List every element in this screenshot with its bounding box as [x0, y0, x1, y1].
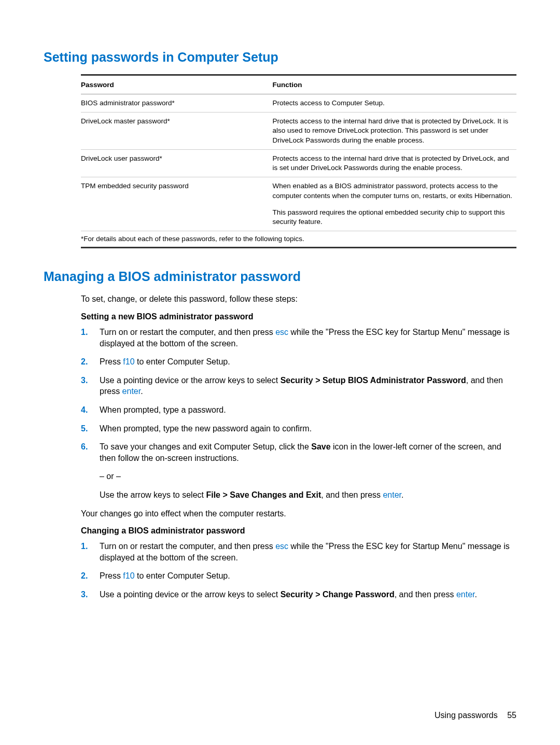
password-name: TPM embedded security password [81, 177, 273, 231]
step-number: 3. [81, 375, 100, 397]
table-header-function: Function [273, 75, 516, 94]
step-number: 1. [81, 327, 100, 349]
step-item: 5.When prompted, type the new password a… [81, 423, 516, 434]
step-item: 2.Press f10 to enter Computer Setup. [81, 356, 516, 368]
page-footer: Using passwords 55 [435, 711, 516, 720]
step-item: 6.To save your changes and exit Computer… [81, 441, 516, 500]
page: Setting passwords in Computer Setup Pass… [0, 0, 560, 745]
step-number: 6. [81, 441, 100, 500]
steps-setting-new: 1.Turn on or restart the computer, and t… [81, 327, 516, 501]
table-header-password: Password [81, 75, 273, 94]
table-footnote: *For details about each of these passwor… [81, 231, 516, 248]
step-text: Use a pointing device or the arrow keys … [100, 589, 516, 600]
passwords-table-wrap: Password Function BIOS administrator pas… [81, 74, 516, 248]
step-text: Use a pointing device or the arrow keys … [100, 375, 516, 397]
section-setting-passwords-title: Setting passwords in Computer Setup [44, 50, 516, 65]
steps-changing: 1.Turn on or restart the computer, and t… [81, 541, 516, 600]
managing-intro: To set, change, or delete this password,… [81, 293, 516, 305]
step-item: 4.When prompted, type a password. [81, 404, 516, 416]
passwords-table: Password Function BIOS administrator pas… [81, 74, 516, 248]
password-function: Protects access to the internal hard dri… [273, 149, 516, 177]
password-function: When enabled as a BIOS administrator pas… [273, 177, 516, 231]
step-item: 1.Turn on or restart the computer, and t… [81, 327, 516, 349]
page-number: 55 [507, 711, 516, 720]
table-row: DriveLock master password*Protects acces… [81, 113, 516, 150]
step-text: Turn on or restart the computer, and the… [100, 541, 516, 563]
step-text: When prompted, type the new password aga… [100, 423, 516, 434]
step-text: When prompted, type a password. [100, 404, 516, 416]
step-number: 2. [81, 570, 100, 582]
password-name: DriveLock master password* [81, 113, 273, 150]
step-number: 4. [81, 404, 100, 416]
step-number: 5. [81, 423, 100, 434]
after-setting-text: Your changes go into effect when the com… [81, 508, 516, 519]
step-text: Turn on or restart the computer, and the… [100, 327, 516, 349]
password-function: Protects access to the internal hard dri… [273, 113, 516, 150]
sub-setting-title: Setting a new BIOS administrator passwor… [81, 312, 516, 321]
step-number: 3. [81, 589, 100, 600]
password-name: BIOS administrator password* [81, 94, 273, 113]
password-function: Protects access to Computer Setup. [273, 94, 516, 113]
step-number: 2. [81, 356, 100, 368]
step-item: 3.Use a pointing device or the arrow key… [81, 375, 516, 397]
step-number: 1. [81, 541, 100, 563]
step-text: Press f10 to enter Computer Setup. [100, 570, 516, 582]
step-text: To save your changes and exit Computer S… [100, 441, 516, 500]
step-item: 2.Press f10 to enter Computer Setup. [81, 570, 516, 582]
table-row: TPM embedded security passwordWhen enabl… [81, 177, 516, 231]
sub-changing-title: Changing a BIOS administrator password [81, 526, 516, 536]
table-row: BIOS administrator password*Protects acc… [81, 94, 516, 113]
step-item: 3.Use a pointing device or the arrow key… [81, 589, 516, 600]
section-managing-bios-title: Managing a BIOS administrator password [44, 269, 516, 284]
table-row: DriveLock user password*Protects access … [81, 149, 516, 177]
step-text: Press f10 to enter Computer Setup. [100, 356, 516, 368]
password-name: DriveLock user password* [81, 149, 273, 177]
footer-label: Using passwords [435, 711, 498, 720]
step-item: 1.Turn on or restart the computer, and t… [81, 541, 516, 563]
